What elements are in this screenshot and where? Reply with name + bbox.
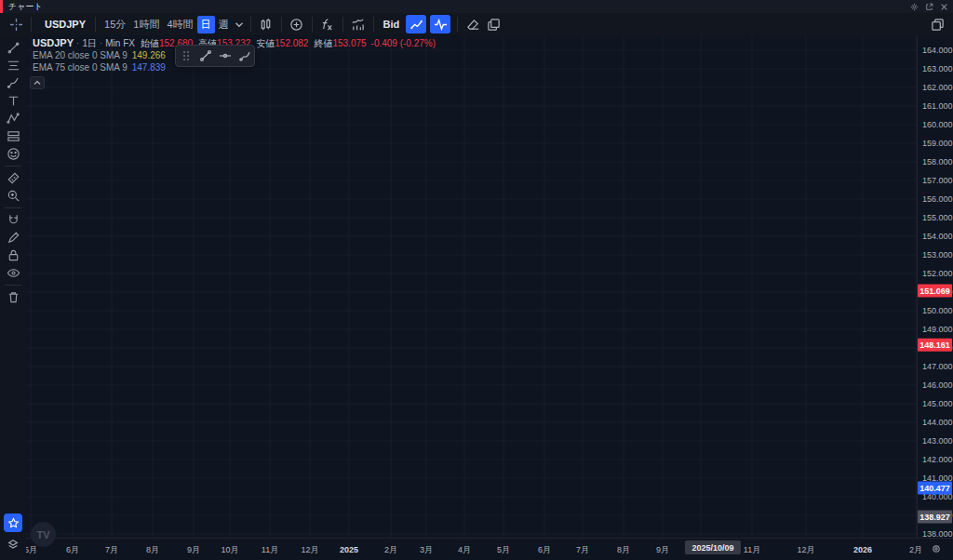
- timeframe-4時間[interactable]: 4時間: [163, 16, 196, 33]
- price-tick-label: 164.000: [922, 46, 953, 55]
- price-tick-label: 150.000: [922, 306, 953, 315]
- price-tick-label: 149.000: [922, 325, 953, 334]
- trend-line-blue-icon[interactable]: [406, 15, 426, 33]
- time-tick-label: 6月: [66, 545, 79, 554]
- text-icon[interactable]: [3, 92, 23, 110]
- fib-retracement-icon[interactable]: [3, 57, 23, 74]
- price-tick-label: 143.000: [922, 436, 953, 446]
- sidebar-divider: [5, 207, 21, 208]
- time-tick-label: 6月: [538, 545, 551, 554]
- timeframe-日[interactable]: 日: [197, 16, 215, 33]
- time-axis[interactable]: 5月6月7月8月9月10月11月12月20252月3月4月5月6月7月8月9月1…: [26, 538, 953, 560]
- timeframe-15分[interactable]: 15分: [101, 16, 129, 33]
- time-tick-label: 3月: [420, 545, 433, 554]
- candlestick-icon[interactable]: [256, 15, 276, 33]
- eye-icon[interactable]: [3, 264, 23, 282]
- price-tick-label: 152.000: [922, 269, 953, 278]
- close-icon[interactable]: [939, 2, 948, 11]
- price-tick-label: 156.000: [922, 194, 953, 204]
- settings-gear-icon[interactable]: [909, 2, 919, 11]
- time-tick-label: 2025: [340, 545, 358, 554]
- time-tick-label: 12月: [301, 545, 318, 554]
- brush-icon[interactable]: [235, 47, 254, 65]
- price-tick-label: 153.000: [922, 250, 953, 260]
- favorites-star-icon[interactable]: [4, 513, 22, 532]
- symbol-button[interactable]: USDJPY: [40, 17, 90, 32]
- emoji-icon[interactable]: [3, 145, 23, 163]
- resistance-line-badge: 148.161: [918, 339, 952, 352]
- drag-grip-icon[interactable]: [176, 47, 195, 65]
- pulse-line-blue-icon[interactable]: [430, 15, 450, 33]
- indicator-template-icon[interactable]: [348, 15, 369, 33]
- chevron-down-icon[interactable]: [233, 15, 246, 33]
- svg-text:151.069: 151.069: [919, 287, 950, 296]
- legend-collapse-button[interactable]: [30, 76, 45, 89]
- tradingview-logo[interactable]: TV: [31, 522, 56, 547]
- price-tick-label: 154.000: [922, 232, 953, 241]
- price-tick-label: 145.000: [922, 399, 953, 408]
- timeframe-1時間[interactable]: 1時間: [129, 16, 163, 33]
- trend-line-icon[interactable]: [3, 39, 23, 57]
- time-tick-label: 2月: [384, 545, 397, 554]
- sidebar-divider: [5, 285, 21, 286]
- time-tick-label: 7月: [576, 545, 589, 554]
- bid-button[interactable]: Bid: [379, 17, 405, 32]
- horizontal-line-icon[interactable]: [215, 47, 235, 65]
- price-tick-label: 158.000: [922, 157, 953, 167]
- time-tick-label: 12月: [797, 545, 814, 554]
- chart-window: チャート USDJPY 15分1時間4時間日週: [0, 0, 953, 560]
- time-tick-label: 2月: [909, 545, 922, 554]
- price-tick-label: 155.000: [922, 213, 953, 222]
- sidebar-divider: [5, 166, 21, 167]
- brush-icon[interactable]: [3, 74, 23, 92]
- time-tick-label: 2026: [853, 545, 872, 554]
- support-line-badge: 140.477: [918, 481, 952, 494]
- measure-icon[interactable]: [3, 169, 23, 187]
- floating-drawing-toolbar: [175, 45, 255, 67]
- zoom-in-icon[interactable]: [3, 187, 23, 205]
- titlebar-accent: [0, 0, 3, 13]
- time-tick-label: 5月: [497, 545, 510, 554]
- price-tick-label: 138.000: [922, 529, 953, 539]
- drawing-sidebar: [0, 35, 27, 560]
- price-tick-label: 147.000: [922, 362, 953, 371]
- open-in-new-icon[interactable]: [924, 2, 933, 11]
- trash-icon[interactable]: [3, 288, 23, 306]
- lock-icon[interactable]: [3, 247, 23, 264]
- fx-indicator-icon[interactable]: [317, 15, 338, 33]
- drawing-pencil-icon[interactable]: [3, 229, 23, 247]
- timeframe-週[interactable]: 週: [215, 16, 233, 33]
- svg-text:138.927: 138.927: [919, 513, 950, 522]
- object-tree-icon[interactable]: [4, 536, 22, 554]
- crosshair-cursor-icon[interactable]: [6, 15, 26, 33]
- minor-level-line-badge: 138.927: [918, 510, 952, 523]
- eraser-icon[interactable]: [463, 15, 483, 33]
- panels-icon[interactable]: [927, 15, 953, 33]
- price-tick-label: 163.000: [922, 64, 953, 73]
- time-tick-label: 11月: [262, 545, 278, 554]
- svg-text:140.477: 140.477: [919, 484, 950, 493]
- time-tick-label: 8月: [146, 545, 159, 554]
- xabcd-pattern-icon[interactable]: [3, 110, 23, 127]
- price-tick-label: 162.000: [922, 83, 953, 92]
- svg-text:2025/10/09: 2025/10/09: [691, 543, 733, 553]
- price-chart[interactable]: 138.000139.000140.000141.000142.000143.0…: [26, 35, 953, 560]
- window-title: チャート: [8, 1, 43, 13]
- top-toolbar: USDJPY 15分1時間4時間日週 Bid: [0, 13, 953, 36]
- time-tick-label: 4月: [458, 545, 471, 554]
- time-tick-label: 11月: [744, 545, 760, 554]
- crosshair-date-badge: 2025/10/09: [685, 540, 741, 554]
- add-circle-icon[interactable]: [287, 15, 307, 33]
- price-tick-label: 142.000: [922, 455, 953, 464]
- forecast-position-icon[interactable]: [3, 127, 23, 145]
- price-axis[interactable]: 138.000139.000140.000141.000142.000143.0…: [917, 35, 953, 560]
- price-tick-label: 146.000: [922, 380, 953, 390]
- price-tick-label: 161.000: [922, 101, 953, 111]
- magnet-icon[interactable]: [3, 211, 23, 229]
- time-tick-label: 10月: [221, 545, 238, 554]
- price-tick-label: 159.000: [922, 139, 953, 148]
- layout-copy-icon[interactable]: [483, 15, 503, 33]
- chart-area[interactable]: 138.000139.000140.000141.000142.000143.0…: [26, 35, 953, 560]
- trend-line-icon[interactable]: [195, 47, 215, 65]
- last-price-line-badge: 151.069: [918, 285, 952, 298]
